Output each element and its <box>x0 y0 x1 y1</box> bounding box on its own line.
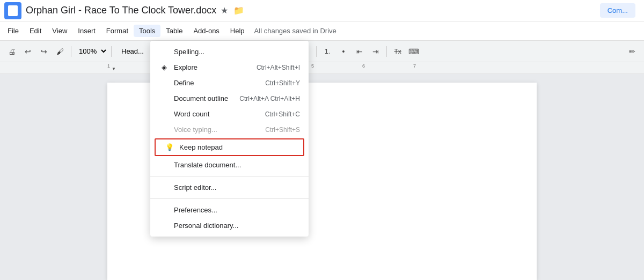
menu-item-script-editor[interactable]: Script editor... <box>150 180 309 195</box>
menu-file[interactable]: File <box>2 25 24 37</box>
toolbar: 🖨 ↩ ↪ 🖌 100% Head... U A 🔗 💬 ☰ ☰ ☰ ☰ ↕ 1… <box>0 41 644 62</box>
menu-divider-1 <box>150 176 309 176</box>
separator-6 <box>316 46 317 57</box>
indent-more-button[interactable]: ⇥ <box>368 44 383 59</box>
tools-dropdown: Spelling... ◈ Explore Ctrl+Alt+Shift+I D… <box>150 41 309 237</box>
separator-2 <box>111 46 112 57</box>
edit-mode-button[interactable]: ✏ <box>625 44 640 59</box>
menu-edit[interactable]: Edit <box>24 25 47 37</box>
menu-item-define[interactable]: Define Ctrl+Shift+Y <box>150 75 309 91</box>
explore-icon: ◈ <box>159 63 170 71</box>
wordcount-label: Word count <box>174 110 209 118</box>
indent-less-button[interactable]: ⇤ <box>352 44 367 59</box>
menu-item-personal-dictionary[interactable]: Personal dictionary... <box>150 218 309 233</box>
menu-item-spelling[interactable]: Spelling... <box>150 44 309 60</box>
menu-item-explore[interactable]: ◈ Explore Ctrl+Alt+Shift+I <box>150 60 309 75</box>
separator-1 <box>71 46 71 57</box>
menu-item-voice-typing[interactable]: Voice typing... Ctrl+Shift+S <box>150 122 309 137</box>
keep-icon: 💡 <box>164 143 175 151</box>
menu-item-keep-notepad[interactable]: 💡 Keep notepad <box>155 138 304 156</box>
saved-status: All changes saved in Drive <box>254 27 336 35</box>
ruler-mark-5: 5 <box>311 63 314 69</box>
separator-7 <box>386 46 387 57</box>
menu-bar: File Edit View Insert Format Tools Table… <box>0 21 644 41</box>
menu-item-document-outline[interactable]: Document outline Ctrl+Alt+A Ctrl+Alt+H <box>150 91 309 106</box>
clear-format-button[interactable]: Tx <box>390 44 405 59</box>
menu-view[interactable]: View <box>47 25 72 37</box>
explore-shortcut: Ctrl+Alt+Shift+I <box>257 64 300 71</box>
ruler-indent-marker: ▼ <box>112 67 116 71</box>
title-bar: Orphan Girl - Race To The Clock Tower.do… <box>0 0 644 21</box>
folder-icon[interactable]: 📁 <box>233 5 244 16</box>
ordered-list-button[interactable]: 1. <box>320 44 335 59</box>
spelling-label: Spelling... <box>174 48 204 56</box>
keep-label: Keep notepad <box>179 143 223 151</box>
preferences-label: Preferences... <box>174 206 217 214</box>
explore-label: Explore <box>174 63 197 71</box>
menu-item-translate[interactable]: Translate document... <box>150 157 309 173</box>
script-label: Script editor... <box>174 183 216 191</box>
menu-table[interactable]: Table <box>160 25 188 37</box>
menu-addons[interactable]: Add-ons <box>188 25 224 37</box>
app-icon <box>4 2 21 19</box>
app-icon-inner <box>8 5 18 16</box>
document-area <box>0 74 644 280</box>
ruler-mark-7: 7 <box>413 63 416 69</box>
paint-format-button[interactable]: 🖌 <box>53 44 68 59</box>
menu-item-word-count[interactable]: Word count Ctrl+Shift+C <box>150 106 309 122</box>
menu-format[interactable]: Format <box>101 25 134 37</box>
keyboard-button[interactable]: ⌨ <box>406 44 421 59</box>
menu-item-preferences[interactable]: Preferences... <box>150 202 309 218</box>
define-label: Define <box>174 79 194 87</box>
wordcount-shortcut: Ctrl+Shift+C <box>265 110 300 118</box>
print-button[interactable]: 🖨 <box>4 44 19 59</box>
outline-shortcut: Ctrl+Alt+A Ctrl+Alt+H <box>239 95 300 102</box>
unordered-list-button[interactable]: • <box>336 44 351 59</box>
outline-label: Document outline <box>174 94 228 102</box>
document-title: Orphan Girl - Race To The Clock Tower.do… <box>26 5 216 16</box>
dictionary-label: Personal dictionary... <box>174 222 238 230</box>
menu-help[interactable]: Help <box>225 25 250 37</box>
star-icon[interactable]: ★ <box>221 5 228 16</box>
zoom-select[interactable]: 100% <box>75 46 108 57</box>
menu-tools[interactable]: Tools <box>134 25 160 37</box>
ruler-mark-6: 6 <box>362 63 365 69</box>
dropdown-menu: Spelling... ◈ Explore Ctrl+Alt+Shift+I D… <box>150 41 309 237</box>
ruler: 1 2 3 4 5 6 7 ▼ <box>0 62 644 74</box>
define-shortcut: Ctrl+Shift+Y <box>265 79 300 87</box>
comment-button[interactable]: Com... <box>600 3 635 18</box>
redo-button[interactable]: ↪ <box>36 44 52 59</box>
voice-label: Voice typing... <box>174 126 217 134</box>
translate-label: Translate document... <box>174 161 241 169</box>
menu-insert[interactable]: Insert <box>72 25 101 37</box>
undo-button[interactable]: ↩ <box>20 44 35 59</box>
menu-divider-2 <box>150 198 309 199</box>
ruler-mark-1: 1 <box>107 63 110 69</box>
voice-shortcut: Ctrl+Shift+S <box>265 126 300 134</box>
